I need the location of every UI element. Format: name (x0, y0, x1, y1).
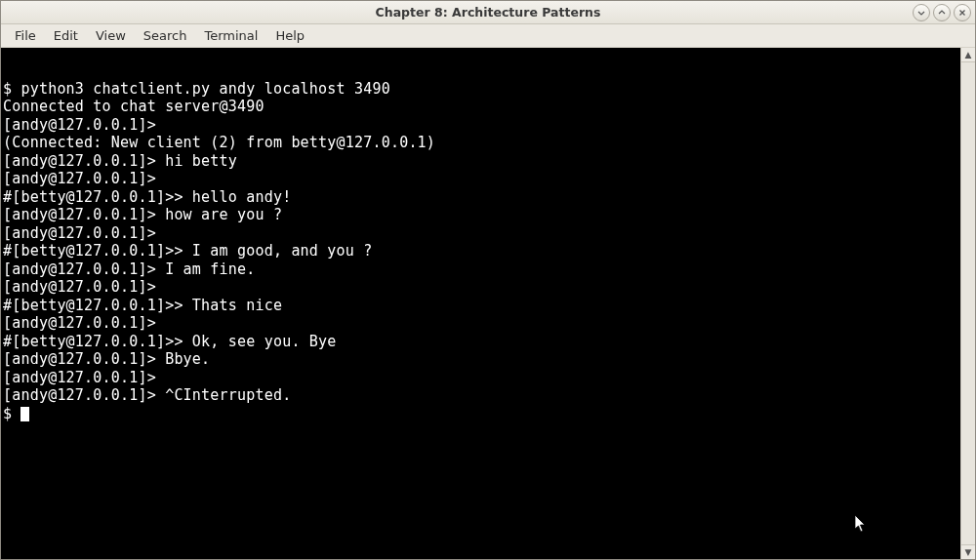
menu-terminal[interactable]: Terminal (196, 25, 265, 46)
menubar: File Edit View Search Terminal Help (1, 24, 975, 48)
minimize-button[interactable] (913, 4, 930, 21)
close-button[interactable] (954, 4, 971, 21)
terminal-wrap: $ python3 chatclient.py andy localhost 3… (1, 48, 975, 559)
window-controls (913, 4, 971, 21)
terminal-window: Chapter 8: Architecture Patterns File Ed… (0, 0, 976, 560)
menu-view[interactable]: View (88, 25, 134, 46)
terminal-cursor (20, 407, 29, 421)
menu-edit[interactable]: Edit (46, 25, 86, 46)
window-title: Chapter 8: Architecture Patterns (376, 5, 601, 20)
terminal-output[interactable]: $ python3 chatclient.py andy localhost 3… (1, 48, 960, 559)
titlebar[interactable]: Chapter 8: Architecture Patterns (1, 1, 975, 24)
scroll-up-icon[interactable]: ▲ (961, 48, 975, 62)
menu-help[interactable]: Help (267, 25, 312, 46)
maximize-button[interactable] (933, 4, 951, 21)
scrollbar[interactable]: ▲ ▼ (960, 48, 975, 559)
menu-search[interactable]: Search (136, 25, 195, 46)
menu-file[interactable]: File (7, 25, 44, 46)
scroll-down-icon[interactable]: ▼ (961, 544, 975, 559)
